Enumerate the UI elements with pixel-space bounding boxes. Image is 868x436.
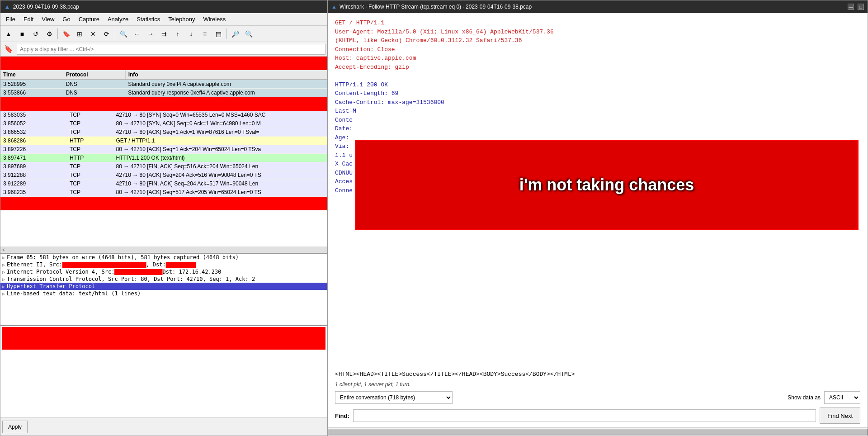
menu-go[interactable]: Go (59, 15, 74, 24)
col-info: Info (125, 70, 327, 80)
toolbar-colorize-btn[interactable]: ≡ (198, 28, 211, 40)
ethernet-dst-redacted: ██████████ (166, 262, 196, 268)
left-window-title: 2023-09-04T16-09-38.pcap (13, 4, 79, 10)
menu-edit[interactable]: Edit (20, 15, 37, 24)
conversation-select[interactable]: Entire conversation (718 bytes) (335, 391, 453, 404)
filter-bar: 🔖 (0, 42, 327, 57)
toolbar-zoom-in-btn[interactable]: 🔎 (229, 28, 241, 40)
toolbar-wireshark-btn[interactable]: ▲ (2, 28, 15, 40)
toolbar-search-btn[interactable]: 🔍 (117, 28, 130, 40)
red-overlay-banner: i'm not taking chances (355, 140, 859, 230)
table-row[interactable]: 3.897689TCP80 → 42710 [FIN, ACK] Seq=516… (0, 162, 327, 171)
detail-ip[interactable]: ▷ Internet Protocol Version 4, Src: ████… (0, 268, 327, 275)
cell-info: 42710 → 80 [ACK] Seq=204 Ack=516 Win=900… (113, 171, 327, 180)
toolbar-sep3 (226, 28, 227, 39)
menu-statistics[interactable]: Statistics (133, 15, 164, 24)
toolbar-last-btn[interactable]: ↓ (185, 28, 198, 40)
cell-protocol: TCP (67, 145, 113, 154)
table-row[interactable]: 3.897471HTTPHTTP/1.1 200 OK (text/html) (0, 154, 327, 162)
right-title-buttons: — □ (848, 4, 864, 10)
toolbar-back-btn[interactable]: ← (131, 28, 143, 40)
show-data-select[interactable]: ASCII (824, 391, 860, 404)
cell-info: Standard query response 0xeff4 A captive… (125, 89, 327, 97)
col-protocol: Protocol (63, 70, 126, 80)
cell-time: 3.868286 (0, 137, 67, 145)
menu-file[interactable]: File (2, 15, 19, 24)
cell-info: HTTP/1.1 200 OK (text/html) (113, 154, 327, 162)
menu-view[interactable]: View (38, 15, 58, 24)
resp-line-5: Conte (335, 116, 860, 125)
scroll-arrow-left[interactable]: < (2, 247, 5, 252)
hex-red-block (2, 327, 326, 350)
col-time: Time (0, 70, 63, 80)
toolbar-prefs-btn[interactable]: ⚙ (43, 28, 56, 40)
toolbar-refresh-btn[interactable]: ⟳ (100, 28, 113, 40)
cell-info: 80 → 42710 [ACK] Seq=517 Ack=205 Win=650… (113, 188, 327, 197)
display-filter-input[interactable] (17, 44, 326, 55)
right-title-left: ▲ Wireshark · Follow HTTP Stream (tcp.st… (331, 4, 532, 10)
html-line: <HTML><HEAD><TITLE>Success</TITLE></HEAD… (335, 371, 860, 378)
find-input[interactable] (353, 409, 816, 422)
menu-analyze[interactable]: Analyze (104, 15, 132, 24)
detail-ethernet[interactable]: ▷ Ethernet II, Src: ████████████████████… (0, 261, 327, 268)
detail-text-data[interactable]: ▷ Line-based text data: text/html (1 lin… (0, 290, 327, 297)
menu-capture[interactable]: Capture (75, 15, 103, 24)
detail-http-text: Hypertext Transfer Protocol (7, 283, 95, 289)
filter-bookmark-icon: 🔖 (2, 45, 15, 53)
toolbar-view-btn[interactable]: ▤ (212, 28, 225, 40)
toolbar-goto-btn[interactable]: ⇉ (158, 28, 170, 40)
table-row[interactable]: 3.897226TCP80 → 42710 [ACK] Seq=1 Ack=20… (0, 145, 327, 154)
cell-protocol: DNS (63, 89, 126, 97)
cell-protocol: TCP (67, 171, 113, 180)
cell-info: 80 → 42710 [ACK] Seq=1 Ack=204 Win=65024… (113, 145, 327, 154)
detail-frame-text: Frame 65: 581 bytes on wire (4648 bits),… (7, 254, 239, 261)
table-row[interactable]: 3.912289TCP42710 → 80 [FIN, ACK] Seq=204… (0, 180, 327, 188)
cell-info: 80 → 42710 [SYN, ACK] Seq=0 Ack=1 Win=64… (113, 119, 327, 128)
toolbar-cols-btn[interactable]: ⊞ (73, 28, 86, 40)
left-title-bar: ▲ 2023-09-04T16-09-38.pcap (0, 0, 327, 13)
toolbar-x-btn[interactable]: ✕ (87, 28, 99, 40)
packet-detail: ▷ Frame 65: 581 bytes on wire (4648 bits… (0, 253, 327, 325)
table-row[interactable]: 3.528995DNSStandard query 0xeff4 A capti… (0, 80, 327, 89)
detail-tcp[interactable]: ▷ Transmission Control Protocol, Src Por… (0, 275, 327, 283)
http-bottom: <HTML><HEAD><TITLE>Success</TITLE></HEAD… (328, 367, 868, 427)
cell-time: 3.897226 (0, 145, 67, 154)
toolbar-bookmark-btn[interactable]: 🔖 (60, 28, 72, 40)
horizontal-scrollbar[interactable] (328, 429, 868, 435)
minimize-btn[interactable]: — (848, 4, 854, 10)
menu-wireless[interactable]: Wireless (199, 15, 229, 24)
resp-line-3: Cache-Control: max-age=31536000 (335, 98, 860, 107)
ip-src-redacted: ████████████████ (114, 269, 162, 275)
show-data-label: Show data as (788, 394, 821, 401)
stats-line: 1 client pkt, 1 server pkt, 1 turn. (335, 381, 860, 388)
toolbar-first-btn[interactable]: ↑ (171, 28, 184, 40)
req-line-6: Accept-Encoding: gzip (335, 63, 860, 72)
toolbar-restart-btn[interactable]: ↺ (29, 28, 42, 40)
cell-time: 3.553866 (0, 89, 63, 97)
toolbar-fwd-btn[interactable]: → (144, 28, 157, 40)
table-row[interactable]: 3.912288TCP42710 → 80 [ACK] Seq=204 Ack=… (0, 171, 327, 180)
table-row[interactable]: 3.868286HTTPGET / HTTP/1.1 (0, 137, 327, 145)
cell-info: GET / HTTP/1.1 (113, 137, 327, 145)
table-row[interactable]: 3.866532TCP42710 → 80 [ACK] Seq=1 Ack=1 … (0, 128, 327, 137)
table-row[interactable]: 3.583035TCP42710 → 80 [SYN] Seq=0 Win=65… (0, 111, 327, 119)
toolbar-zoom-out-btn[interactable]: 🔍 (242, 28, 255, 40)
table-row[interactable]: 3.553866DNSStandard query response 0xeff… (0, 89, 327, 97)
bottom-scrollbar (328, 427, 868, 436)
find-next-button[interactable]: Find Next (820, 408, 860, 424)
detail-frame[interactable]: ▷ Frame 65: 581 bytes on wire (4648 bits… (0, 254, 327, 261)
detail-ip-text: Internet Protocol Version 4, Src: (7, 269, 114, 275)
table-row[interactable]: 3.856052TCP80 → 42710 [SYN, ACK] Seq=0 A… (0, 119, 327, 128)
cell-time: 3.897471 (0, 154, 67, 162)
detail-text-data-text: Line-based text data: text/html (1 lines… (7, 290, 141, 297)
menu-bar: File Edit View Go Capture Analyze Statis… (0, 13, 327, 26)
detail-http[interactable]: ▷ Hypertext Transfer Protocol (0, 283, 327, 290)
menu-telephony[interactable]: Telephony (165, 15, 198, 24)
maximize-btn[interactable]: □ (858, 4, 864, 10)
controls-row: Entire conversation (718 bytes) Show dat… (335, 391, 860, 404)
table-row[interactable]: 3.968235TCP80 → 42710 [ACK] Seq=517 Ack=… (0, 188, 327, 197)
expand-arrow: ▷ (2, 255, 5, 260)
apply-button[interactable]: Apply (2, 421, 28, 433)
toolbar-stop-btn[interactable]: ■ (16, 28, 28, 40)
left-apply-area: Apply (0, 417, 327, 436)
